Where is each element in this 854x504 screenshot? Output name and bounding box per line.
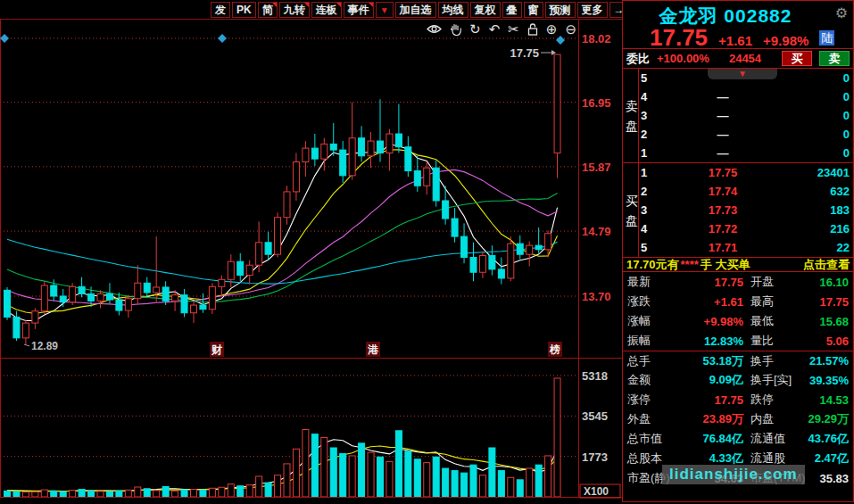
level-volume: 0 (792, 109, 850, 122)
level-price: 17.71 (653, 241, 792, 254)
big-order-alert[interactable]: 17.70元有 **** 手 大买单 点击查看 (623, 257, 853, 272)
order-level-row[interactable]: 517.7122 (639, 238, 853, 257)
candle-body (489, 256, 495, 269)
stat-value: 16.10 (806, 276, 849, 289)
order-level-row[interactable]: 217.74632 (639, 182, 853, 201)
buy-button[interactable]: 买 (782, 51, 812, 66)
candle-body (79, 286, 85, 293)
event-marker-label[interactable]: 港 (368, 343, 379, 356)
volume-bar (433, 457, 439, 497)
candle-body (32, 311, 38, 323)
order-level-row[interactable]: 2—0 (639, 125, 853, 144)
order-level-row[interactable]: 317.73183 (639, 201, 853, 219)
candle-body (479, 256, 485, 273)
sell-levels: 卖盘 504—03—02—01—0 ▼ (623, 69, 853, 162)
candle-body (293, 161, 299, 191)
volume-bar (22, 492, 29, 497)
price-tick-label: 16.95 (582, 96, 611, 110)
new-badge-icon (336, 3, 341, 7)
kline-chart-area[interactable]: 18.0216.9515.8714.7913.70531835451773财港榜… (0, 20, 622, 499)
candle-body (424, 168, 430, 186)
kline-chart-canvas[interactable]: 18.0216.9515.8714.7913.70531835451773财港榜… (0, 20, 622, 499)
toolbar-button-简[interactable]: 简 (258, 2, 278, 18)
candle-body (311, 148, 318, 159)
sell-button[interactable]: 卖 (819, 51, 850, 66)
event-marker-label[interactable]: 榜 (549, 343, 560, 356)
order-level-row[interactable]: 1—0 (639, 144, 853, 162)
toolbar-button-复权[interactable]: 复权 (470, 2, 501, 18)
volume-bar (359, 443, 365, 497)
stat-label: 流通值 (750, 431, 806, 447)
candle-body (41, 285, 47, 311)
order-level-row[interactable]: 117.7523401 (639, 163, 853, 182)
gear-icon[interactable]: ⚙ (835, 4, 848, 21)
quote-header: 金龙羽 002882 ⚙ 17.75 +1.61 +9.98% 陆 (623, 1, 853, 49)
stat-value: 21.57% (806, 354, 849, 368)
volume-bar (191, 490, 197, 497)
buy-side-label: 买盘 (626, 190, 638, 230)
volume-bar (443, 468, 449, 497)
toolbar-button-叠[interactable]: 叠 (502, 2, 522, 18)
candle-body (330, 144, 336, 150)
volume-bar (414, 459, 420, 497)
volume-bar (209, 488, 215, 497)
order-level-row[interactable]: 417.72216 (639, 219, 853, 238)
volume-bar (452, 471, 458, 497)
stats-row: 最新17.75开盘16.10 (623, 272, 853, 292)
stats-row: 涨幅+9.98%最低15.68 (623, 311, 853, 331)
stat-label: 振幅 (627, 333, 679, 349)
candle-body (414, 171, 420, 186)
toolbar-button-加自选[interactable]: 加自选 (395, 2, 436, 18)
stat-value: 35.83 (806, 472, 849, 485)
toolbar-button-发[interactable]: 发 (211, 2, 230, 18)
stat-value: 9.09亿 (679, 372, 743, 388)
candle-body (433, 168, 439, 201)
candle-body (200, 305, 206, 310)
low-pointer (24, 344, 29, 346)
toolbar-button-窗[interactable]: 窗 (524, 2, 543, 18)
volume-bar (153, 491, 160, 497)
toolbar-button-PK[interactable]: PK (232, 2, 256, 18)
volume-bar (293, 449, 299, 497)
event-marker-label[interactable]: 财 (211, 343, 222, 356)
level-price: — (653, 90, 792, 103)
stat-label: 最新 (627, 274, 679, 290)
volume-tick-label: 1773 (582, 450, 608, 464)
stat-value: 5.06 (806, 335, 849, 348)
ma-line-MA30 (7, 193, 558, 302)
candle-body (535, 245, 542, 250)
toolbar-button-dropdown-6[interactable]: ▼ (376, 2, 394, 18)
new-badge-icon (304, 3, 309, 7)
toolbar-button-预测[interactable]: 预测 (545, 2, 576, 18)
candle-body (181, 295, 187, 313)
volume-bar (526, 468, 533, 497)
volume-bar (13, 492, 20, 497)
volume-bar (79, 490, 85, 497)
level-volume: 0 (792, 146, 850, 160)
stock-app-window: 发PK简九转连板事件▼加自选均线复权叠窗预测更多→|▼ ↻↶✂⊕⊖ 18.021… (0, 0, 854, 504)
volume-bar (125, 490, 131, 497)
toolbar-button-九转[interactable]: 九转 (279, 2, 310, 18)
candle-body (4, 290, 11, 317)
candle-body (97, 293, 104, 301)
volume-bar (219, 487, 225, 497)
toolbar-button-均线[interactable]: 均线 (438, 2, 468, 18)
last-price: 17.75 (650, 24, 708, 52)
toolbar-button-事件[interactable]: 事件 (344, 2, 374, 18)
toolbar-button-连板[interactable]: 连板 (311, 2, 342, 18)
buy-levels: 买盘 117.7523401217.74632317.73183417.7221… (623, 163, 853, 257)
buy-rows: 117.7523401217.74632317.73183417.7221651… (638, 163, 853, 257)
candle-body (461, 236, 468, 257)
order-level-row[interactable]: 4—0 (639, 87, 853, 106)
view-details-link[interactable]: 点击查看 (803, 257, 850, 273)
level-number: 4 (641, 222, 653, 235)
stat-value: 14.53 (806, 393, 849, 407)
candle-body (116, 300, 122, 310)
candle-body (517, 244, 523, 254)
volume-bar (386, 461, 393, 497)
order-level-row[interactable]: 3—0 (639, 106, 853, 125)
stats-row: 总市值76.84亿流通值43.76亿 (623, 429, 853, 449)
toolbar-button-更多[interactable]: 更多 (577, 2, 608, 18)
collapse-levels-tab[interactable]: ▼ (708, 69, 777, 79)
level-number: 1 (641, 146, 653, 160)
